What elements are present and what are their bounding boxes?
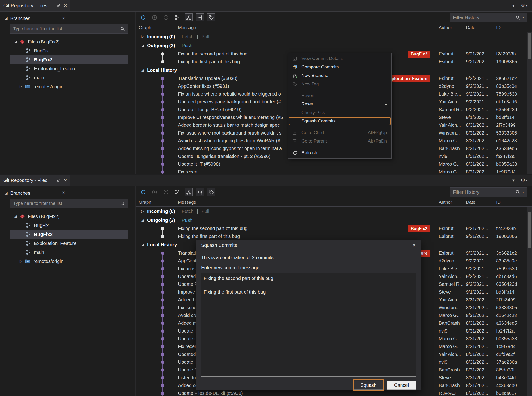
tree-item-branch-exploration-feature[interactable]: Exploration_Feature <box>0 239 135 248</box>
tree-item-branch-main[interactable]: main <box>0 248 135 257</box>
fetch-link: Fetch <box>182 34 193 39</box>
tree-item-repo[interactable]: ◢ Files (BugFix2) <box>0 212 135 221</box>
menu-item-new-branch[interactable]: New Branch... <box>289 71 391 80</box>
tool-window-tab[interactable]: Git Repository - Files × <box>0 0 70 11</box>
push-button <box>162 188 170 196</box>
close-icon[interactable]: × <box>64 177 67 183</box>
tree-item-remotes-origin[interactable]: ▷ remotes/origin <box>0 257 135 266</box>
toggle-tags-button[interactable] <box>207 13 215 22</box>
search-icon[interactable] <box>515 190 520 195</box>
commit-row[interactable]: Update Files.de-DE.xlf (#5938)R3voA38/31… <box>136 389 532 396</box>
outgoing-section-row[interactable]: ◢ Outgoing (2) Push <box>136 41 532 50</box>
column-graph[interactable]: Graph <box>136 25 176 30</box>
history-filter-input[interactable] <box>453 15 513 20</box>
chevron-down-icon[interactable]: ▾ <box>512 178 514 183</box>
outgoing-section-row[interactable]: ◢ Outgoing (2) Push <box>136 216 532 225</box>
incoming-section-row[interactable]: ▷ Incoming (0) Fetch | Pull <box>136 207 532 216</box>
column-message[interactable]: Message <box>176 200 439 205</box>
filter-dropdown-icon[interactable]: ▾ <box>522 16 524 19</box>
commit-author: Steve <box>439 115 466 120</box>
column-date[interactable]: Date <box>466 200 496 205</box>
menu-item-squash-commits[interactable]: Squash Commits... <box>289 117 391 125</box>
toggle-merges-button[interactable] <box>196 13 204 22</box>
search-icon[interactable] <box>120 26 125 31</box>
menu-separator <box>301 90 387 90</box>
toggle-graph-button[interactable] <box>185 188 193 196</box>
branch-toolbar-icon[interactable] <box>173 13 181 22</box>
squash-button[interactable]: Squash <box>354 381 383 390</box>
collapse-twisty-icon[interactable]: ◢ <box>5 16 8 21</box>
close-icon[interactable]: × <box>64 3 67 8</box>
column-id[interactable]: ID <box>496 200 532 205</box>
toggle-merges-button[interactable] <box>196 188 204 196</box>
search-icon[interactable] <box>515 15 520 20</box>
column-author[interactable]: Author <box>439 25 466 30</box>
column-date[interactable]: Date <box>466 25 496 30</box>
link-separator: | <box>197 209 198 214</box>
scrollbar-thumb[interactable] <box>528 212 531 248</box>
tree-item-branch-bugfix[interactable]: BugFix <box>0 46 135 55</box>
expand-twisty-icon[interactable]: ▷ <box>140 209 145 213</box>
pin-icon[interactable] <box>56 178 61 183</box>
collapse-twisty-icon[interactable]: ◢ <box>140 218 145 222</box>
commit-row[interactable]: Update it-IT (#5998)Marco G...8/31/202..… <box>136 160 532 168</box>
tree-item-repo[interactable]: ◢ Files (BugFix2) <box>0 37 135 46</box>
cancel-button[interactable]: Cancel <box>387 381 416 390</box>
filter-dropdown-icon[interactable]: ▾ <box>522 190 524 194</box>
close-icon[interactable]: × <box>410 242 418 248</box>
close-icon[interactable]: × <box>62 190 65 196</box>
history-filter-input[interactable] <box>453 190 513 195</box>
commit-author: Esibruti <box>439 51 466 57</box>
tree-item-remotes-origin[interactable]: ▷ remotes/origin <box>0 82 135 91</box>
scrollbar[interactable] <box>527 32 532 174</box>
toggle-tags-button[interactable] <box>207 188 215 196</box>
collapse-twisty-icon[interactable]: ◢ <box>140 68 145 72</box>
expand-twisty-icon[interactable]: ◢ <box>13 40 18 44</box>
column-id[interactable]: ID <box>496 25 532 30</box>
expand-twisty-icon[interactable]: ▷ <box>140 35 145 39</box>
commit-row[interactable]: Fixing the second part of this bugBugFix… <box>136 225 532 233</box>
pin-icon[interactable] <box>56 3 61 8</box>
expand-twisty-icon[interactable]: ◢ <box>13 214 18 219</box>
commit-author: Marco G... <box>439 336 466 342</box>
column-author[interactable]: Author <box>439 200 466 205</box>
scrollbar-thumb[interactable] <box>528 33 531 58</box>
commit-date: 8/31/202... <box>466 390 496 396</box>
expand-twisty-icon[interactable]: ▷ <box>19 259 23 263</box>
tree-item-branch-main[interactable]: main <box>0 73 135 82</box>
collapse-twisty-icon[interactable]: ◢ <box>140 43 145 48</box>
chevron-down-icon[interactable]: ▾ <box>512 3 514 8</box>
column-message[interactable]: Message <box>176 25 439 30</box>
commit-row[interactable]: Fixing the first part of this bugEsibrut… <box>136 233 532 240</box>
collapse-twisty-icon[interactable]: ◢ <box>140 243 145 247</box>
commit-id: a3634ed5 <box>496 146 532 151</box>
search-icon[interactable] <box>120 201 125 206</box>
refresh-button[interactable] <box>139 188 147 196</box>
commit-id: a3634ed5 <box>496 320 532 326</box>
branch-toolbar-icon[interactable] <box>173 188 181 196</box>
commit-row[interactable]: Fix recenMarco G...8/31/202...1c9f79d4 <box>136 168 532 174</box>
tree-item-branch-bugfix[interactable]: BugFix <box>0 221 135 230</box>
gear-icon[interactable]: ⚙▾ <box>521 177 527 183</box>
tree-item-branch-exploration-feature[interactable]: Exploration_Feature <box>0 64 135 73</box>
collapse-twisty-icon[interactable]: ◢ <box>5 191 8 195</box>
commit-message-input[interactable]: Fixing the second part of this bug Fixin… <box>201 273 416 377</box>
tree-item-branch-bugfix2[interactable]: BugFix2 <box>10 55 129 64</box>
tree-item-branch-bugfix2[interactable]: BugFix2 <box>10 230 129 239</box>
scrollbar[interactable] <box>527 207 532 396</box>
branch-filter-input[interactable] <box>13 201 120 206</box>
column-graph[interactable]: Graph <box>136 200 176 205</box>
menu-item-compare-commits[interactable]: Compare Commits... <box>289 63 391 71</box>
toggle-graph-button[interactable] <box>185 13 193 22</box>
gear-icon[interactable]: ⚙▾ <box>521 3 527 9</box>
push-link[interactable]: Push <box>182 218 193 223</box>
menu-item-refresh[interactable]: Refresh <box>289 148 391 157</box>
menu-item-reset[interactable]: Reset▸ <box>289 100 391 108</box>
push-link[interactable]: Push <box>182 43 193 48</box>
expand-twisty-icon[interactable]: ▷ <box>19 84 23 89</box>
tool-window-tab[interactable]: Git Repository - Files × <box>0 175 70 186</box>
close-icon[interactable]: × <box>62 15 65 22</box>
branch-filter-input[interactable] <box>13 26 120 31</box>
refresh-button[interactable] <box>139 13 147 22</box>
incoming-section-row[interactable]: ▷ Incoming (0) Fetch | Pull <box>136 32 532 41</box>
